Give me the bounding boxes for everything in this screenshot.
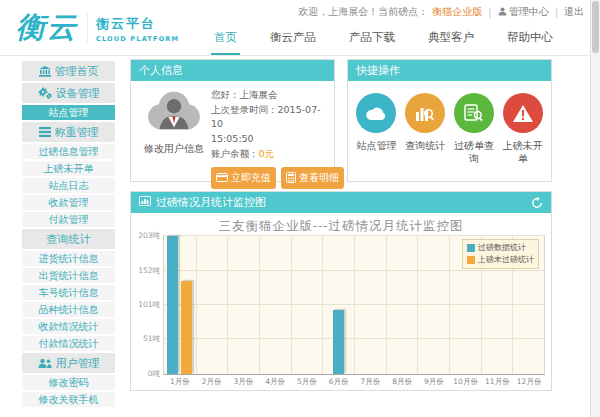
sidebar-label: 修改关联手机 bbox=[39, 394, 99, 405]
sidebar-label: 用户管理 bbox=[56, 356, 100, 371]
balance-label: 账户余额： bbox=[211, 148, 259, 159]
edit-user-info-link[interactable]: 修改用户信息 bbox=[137, 142, 211, 156]
bank-icon bbox=[39, 66, 51, 77]
sidebar-label: 收款管理 bbox=[49, 197, 89, 208]
sidebar-section[interactable]: 管理首页 bbox=[22, 61, 115, 81]
plot-area: 过磅数据统计上磅未过磅统计 bbox=[163, 235, 545, 375]
button-label: 立即充值 bbox=[231, 171, 271, 185]
sidebar-item[interactable]: 修改关联手机 bbox=[22, 392, 115, 407]
plot-row: 0吨51吨101吨152吨203吨 过磅数据统计上磅未过磅统计 bbox=[137, 235, 545, 375]
sidebar-label: 车号统计信息 bbox=[39, 287, 99, 298]
gridline-v bbox=[354, 236, 355, 374]
sidebar-item[interactable]: 修改密码 bbox=[22, 375, 115, 390]
nav-tab[interactable]: 首页 bbox=[211, 24, 240, 55]
quick-action-label: 过磅单查询 bbox=[450, 139, 499, 165]
x-axis-label: 4月份 bbox=[259, 377, 291, 387]
sidebar-item[interactable]: 站点日志 bbox=[22, 178, 115, 193]
x-axis-label: 11月份 bbox=[482, 377, 514, 387]
gridline-v bbox=[322, 236, 323, 374]
sidebar-label: 付款管理 bbox=[49, 214, 89, 225]
user-icon bbox=[498, 7, 507, 18]
y-axis-label: 101吨 bbox=[138, 300, 160, 310]
logout-link[interactable]: 退出 bbox=[564, 5, 584, 19]
logo-text-block: 衡云平台 CLOUD PLATFORM bbox=[87, 13, 179, 43]
unbilled-action[interactable]: 上磅未开单 bbox=[498, 93, 547, 165]
top-header: 衡云 衡云平台 CLOUD PLATFORM 欢迎，上海展会！当前磅点： 衡猫企… bbox=[0, 0, 600, 56]
gridline-v bbox=[291, 236, 292, 374]
scrollbar-track[interactable] bbox=[590, 0, 600, 417]
sidebar-item[interactable]: 收款情况统计 bbox=[22, 319, 115, 334]
balance-line: 账户余额：0元 bbox=[211, 147, 328, 162]
x-axis-label: 7月份 bbox=[355, 377, 387, 387]
sidebar-label: 出货统计信息 bbox=[39, 270, 99, 281]
button-label: 查看明细 bbox=[299, 171, 339, 185]
sidebar-item[interactable]: 进货统计信息 bbox=[22, 251, 115, 266]
chart-title: 三友衡猫企业版---过磅情况月统计监控图 bbox=[137, 216, 545, 235]
chart-panel-title: 过磅情况月统计监控图 bbox=[156, 195, 266, 210]
last-login-time: 15:05:50 bbox=[211, 132, 328, 147]
legend-label: 过磅数据统计 bbox=[478, 242, 526, 254]
sidebar-label: 付款情况统计 bbox=[39, 338, 99, 349]
quick-actions-panel: 快捷操作 站点管理查询统计过磅单查询上磅未开单 bbox=[347, 59, 552, 182]
sidebar-label: 进货统计信息 bbox=[39, 253, 99, 264]
sidebar-label: 品种统计信息 bbox=[39, 304, 99, 315]
sidebar-label: 修改密码 bbox=[49, 377, 89, 388]
sidebar-item[interactable]: 过磅信息管理 bbox=[22, 144, 115, 159]
site-manage-action[interactable]: 站点管理 bbox=[352, 93, 401, 165]
nav-tab[interactable]: 帮助中心 bbox=[504, 24, 556, 55]
last-login-line: 上次登录时间：2015-07-10 bbox=[211, 103, 328, 132]
list-icon bbox=[39, 127, 51, 137]
list-search-icon bbox=[454, 93, 494, 133]
view-detail-button[interactable]: 查看明细 bbox=[281, 167, 344, 189]
sidebar-label: 管理首页 bbox=[55, 64, 99, 79]
sidebar-section[interactable]: 设备管理 bbox=[22, 83, 115, 103]
sidebar-section[interactable]: 用户管理 bbox=[22, 353, 115, 373]
nav-tab[interactable]: 典型客户 bbox=[425, 24, 477, 55]
sidebar-label: 站点管理 bbox=[49, 107, 89, 118]
nav-tab[interactable]: 产品下载 bbox=[346, 24, 398, 55]
x-axis-label: 6月份 bbox=[323, 377, 355, 387]
gridline-v bbox=[227, 236, 228, 374]
legend-label: 上磅未过磅统计 bbox=[478, 254, 534, 266]
legend-swatch bbox=[467, 244, 475, 252]
admin-center-link[interactable]: 管理中心 bbox=[498, 5, 549, 19]
avatar-block: 修改用户信息 bbox=[137, 88, 211, 189]
welcome-text: 欢迎，上海展会！当前磅点： bbox=[298, 5, 428, 19]
refresh-icon[interactable] bbox=[531, 197, 543, 209]
chart-panel-header: 过磅情况月统计监控图 bbox=[131, 192, 551, 213]
x-axis-label: 10月份 bbox=[450, 377, 482, 387]
sidebar-item[interactable]: 出货统计信息 bbox=[22, 268, 115, 283]
weigh-ticket-query-action[interactable]: 过磅单查询 bbox=[450, 93, 499, 165]
sidebar-section[interactable]: 查询统计 bbox=[22, 229, 115, 249]
recharge-button[interactable]: 立即充值 bbox=[211, 167, 276, 189]
y-axis-label: 51吨 bbox=[143, 334, 160, 344]
avatar bbox=[143, 119, 205, 138]
sidebar-section[interactable]: 称重管理 bbox=[22, 122, 115, 142]
sidebar-item[interactable]: 站点管理 bbox=[22, 105, 115, 120]
sidebar-label: 称重管理 bbox=[55, 125, 99, 140]
sidebar-item[interactable]: 车号统计信息 bbox=[22, 285, 115, 300]
query-stats-action[interactable]: 查询统计 bbox=[401, 93, 450, 165]
sidebar-item[interactable]: 上磅未开单 bbox=[22, 161, 115, 176]
app-logo: 衡云 衡云平台 CLOUD PLATFORM bbox=[16, 8, 179, 48]
sidebar-item[interactable]: 付款管理 bbox=[22, 212, 115, 227]
sidebar-item[interactable]: 品种统计信息 bbox=[22, 302, 115, 317]
x-axis-label: 2月份 bbox=[196, 377, 228, 387]
greeting-text: 您好：上海展会 bbox=[211, 88, 328, 103]
scrollbar-thumb[interactable] bbox=[592, 1, 599, 53]
x-axis-label: 9月份 bbox=[418, 377, 450, 387]
bar-series-0 bbox=[333, 310, 344, 374]
sidebar-item[interactable]: 付款情况统计 bbox=[22, 336, 115, 351]
quick-action-label: 站点管理 bbox=[352, 139, 401, 152]
bar-series-0 bbox=[167, 236, 178, 374]
cloud-icon bbox=[356, 93, 396, 133]
main-content: 个人信息 bbox=[130, 59, 552, 409]
bar-series-1 bbox=[181, 281, 192, 374]
sidebar-label: 上磅未开单 bbox=[44, 163, 94, 174]
x-axis-label: 12月份 bbox=[513, 377, 545, 387]
profile-buttons: 立即充值查看明细 bbox=[211, 167, 328, 189]
admin-center-label: 管理中心 bbox=[509, 5, 549, 19]
nav-tab[interactable]: 衡云产品 bbox=[267, 24, 319, 55]
sidebar-item[interactable]: 收款管理 bbox=[22, 195, 115, 210]
current-site-link[interactable]: 衡猫企业版 bbox=[432, 5, 482, 19]
